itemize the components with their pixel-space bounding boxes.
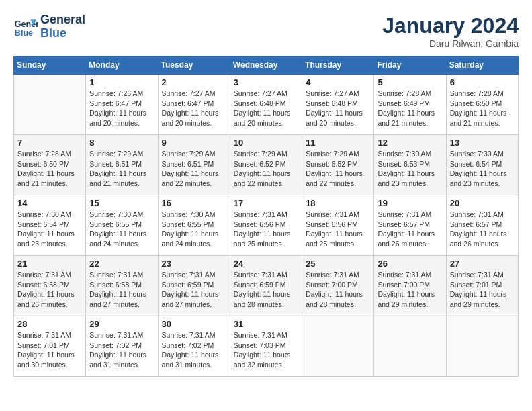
day-number: 12 bbox=[378, 138, 442, 148]
calendar-body: 1Sunrise: 7:26 AMSunset: 6:47 PMDaylight… bbox=[14, 75, 519, 377]
page-header: General Blue General Blue January 2024 D… bbox=[13, 13, 519, 49]
day-number: 11 bbox=[306, 138, 370, 148]
col-thursday: Thursday bbox=[302, 56, 374, 75]
calendar-week-1: 1Sunrise: 7:26 AMSunset: 6:47 PMDaylight… bbox=[14, 75, 519, 135]
calendar-week-5: 28Sunrise: 7:31 AMSunset: 7:01 PMDayligh… bbox=[14, 316, 519, 377]
calendar-week-2: 7Sunrise: 7:28 AMSunset: 6:50 PMDaylight… bbox=[14, 135, 519, 195]
day-info: Sunrise: 7:31 AMSunset: 7:00 PMDaylight:… bbox=[378, 270, 442, 310]
calendar-cell bbox=[374, 316, 446, 377]
day-number: 4 bbox=[306, 77, 370, 87]
day-number: 23 bbox=[162, 259, 226, 269]
calendar-week-4: 21Sunrise: 7:31 AMSunset: 6:58 PMDayligh… bbox=[14, 256, 519, 316]
calendar-cell: 22Sunrise: 7:31 AMSunset: 6:58 PMDayligh… bbox=[86, 256, 158, 316]
day-info: Sunrise: 7:30 AMSunset: 6:54 PMDaylight:… bbox=[450, 149, 515, 189]
day-number: 10 bbox=[234, 138, 298, 148]
day-number: 30 bbox=[162, 319, 226, 329]
day-info: Sunrise: 7:31 AMSunset: 6:58 PMDaylight:… bbox=[17, 270, 82, 310]
col-monday: Monday bbox=[86, 56, 158, 75]
calendar-table: Sunday Monday Tuesday Wednesday Thursday… bbox=[13, 56, 519, 377]
calendar-cell: 8Sunrise: 7:29 AMSunset: 6:51 PMDaylight… bbox=[86, 135, 158, 195]
logo-line2: Blue bbox=[40, 27, 85, 40]
calendar-cell: 12Sunrise: 7:30 AMSunset: 6:53 PMDayligh… bbox=[374, 135, 446, 195]
logo-icon: General Blue bbox=[13, 15, 38, 39]
day-info: Sunrise: 7:29 AMSunset: 6:52 PMDaylight:… bbox=[234, 149, 298, 189]
calendar-cell: 5Sunrise: 7:28 AMSunset: 6:49 PMDaylight… bbox=[374, 75, 446, 135]
calendar-cell: 10Sunrise: 7:29 AMSunset: 6:52 PMDayligh… bbox=[230, 135, 302, 195]
day-info: Sunrise: 7:30 AMSunset: 6:55 PMDaylight:… bbox=[162, 210, 226, 249]
day-number: 2 bbox=[162, 77, 226, 87]
day-info: Sunrise: 7:28 AMSunset: 6:50 PMDaylight:… bbox=[17, 149, 82, 189]
day-info: Sunrise: 7:31 AMSunset: 6:56 PMDaylight:… bbox=[234, 210, 298, 249]
calendar-cell: 26Sunrise: 7:31 AMSunset: 7:00 PMDayligh… bbox=[374, 256, 446, 316]
calendar-cell: 6Sunrise: 7:28 AMSunset: 6:50 PMDaylight… bbox=[446, 75, 518, 135]
day-number: 21 bbox=[17, 259, 82, 269]
day-number: 26 bbox=[378, 259, 442, 269]
calendar-cell: 1Sunrise: 7:26 AMSunset: 6:47 PMDaylight… bbox=[86, 75, 158, 135]
calendar-cell: 31Sunrise: 7:31 AMSunset: 7:03 PMDayligh… bbox=[230, 316, 302, 377]
location: Daru Rilwan, Gambia bbox=[382, 38, 519, 49]
day-number: 9 bbox=[162, 138, 226, 148]
day-number: 18 bbox=[306, 198, 370, 208]
calendar-cell: 11Sunrise: 7:29 AMSunset: 6:52 PMDayligh… bbox=[302, 135, 374, 195]
col-saturday: Saturday bbox=[446, 56, 518, 75]
logo-line1: General bbox=[40, 13, 85, 27]
calendar-cell: 20Sunrise: 7:31 AMSunset: 6:57 PMDayligh… bbox=[446, 195, 518, 256]
day-info: Sunrise: 7:30 AMSunset: 6:55 PMDaylight:… bbox=[89, 210, 154, 249]
calendar-cell bbox=[14, 75, 86, 135]
day-number: 5 bbox=[378, 77, 442, 87]
svg-text:Blue: Blue bbox=[15, 28, 33, 37]
month-title: January 2024 bbox=[382, 13, 519, 38]
calendar-cell: 16Sunrise: 7:30 AMSunset: 6:55 PMDayligh… bbox=[158, 195, 230, 256]
calendar-cell: 17Sunrise: 7:31 AMSunset: 6:56 PMDayligh… bbox=[230, 195, 302, 256]
calendar-cell: 29Sunrise: 7:31 AMSunset: 7:02 PMDayligh… bbox=[86, 316, 158, 377]
day-info: Sunrise: 7:31 AMSunset: 6:58 PMDaylight:… bbox=[89, 270, 154, 310]
day-number: 6 bbox=[450, 77, 515, 87]
day-info: Sunrise: 7:31 AMSunset: 7:02 PMDaylight:… bbox=[162, 330, 226, 370]
day-number: 29 bbox=[89, 319, 154, 329]
calendar-header: Sunday Monday Tuesday Wednesday Thursday… bbox=[14, 56, 519, 75]
header-row: Sunday Monday Tuesday Wednesday Thursday… bbox=[14, 56, 519, 75]
calendar-cell: 4Sunrise: 7:27 AMSunset: 6:48 PMDaylight… bbox=[302, 75, 374, 135]
day-info: Sunrise: 7:31 AMSunset: 6:59 PMDaylight:… bbox=[234, 270, 298, 310]
col-friday: Friday bbox=[374, 56, 446, 75]
day-number: 25 bbox=[306, 259, 370, 269]
calendar-cell: 28Sunrise: 7:31 AMSunset: 7:01 PMDayligh… bbox=[14, 316, 86, 377]
day-info: Sunrise: 7:31 AMSunset: 7:03 PMDaylight:… bbox=[234, 330, 298, 370]
day-info: Sunrise: 7:28 AMSunset: 6:50 PMDaylight:… bbox=[450, 89, 515, 128]
day-number: 3 bbox=[234, 77, 298, 87]
day-info: Sunrise: 7:31 AMSunset: 6:59 PMDaylight:… bbox=[162, 270, 226, 310]
calendar-cell: 24Sunrise: 7:31 AMSunset: 6:59 PMDayligh… bbox=[230, 256, 302, 316]
day-info: Sunrise: 7:26 AMSunset: 6:47 PMDaylight:… bbox=[89, 89, 154, 128]
day-number: 31 bbox=[234, 319, 298, 329]
day-info: Sunrise: 7:31 AMSunset: 7:01 PMDaylight:… bbox=[17, 330, 82, 370]
day-number: 20 bbox=[450, 198, 515, 208]
calendar-cell bbox=[302, 316, 374, 377]
day-info: Sunrise: 7:27 AMSunset: 6:48 PMDaylight:… bbox=[234, 89, 298, 128]
day-number: 7 bbox=[17, 138, 82, 148]
day-info: Sunrise: 7:29 AMSunset: 6:51 PMDaylight:… bbox=[89, 149, 154, 189]
day-number: 17 bbox=[234, 198, 298, 208]
calendar-cell: 21Sunrise: 7:31 AMSunset: 6:58 PMDayligh… bbox=[14, 256, 86, 316]
day-number: 16 bbox=[162, 198, 226, 208]
calendar-cell: 23Sunrise: 7:31 AMSunset: 6:59 PMDayligh… bbox=[158, 256, 230, 316]
day-info: Sunrise: 7:30 AMSunset: 6:53 PMDaylight:… bbox=[378, 149, 442, 189]
calendar-cell: 18Sunrise: 7:31 AMSunset: 6:56 PMDayligh… bbox=[302, 195, 374, 256]
day-info: Sunrise: 7:29 AMSunset: 6:52 PMDaylight:… bbox=[306, 149, 370, 189]
day-info: Sunrise: 7:31 AMSunset: 6:56 PMDaylight:… bbox=[306, 210, 370, 249]
day-info: Sunrise: 7:28 AMSunset: 6:49 PMDaylight:… bbox=[378, 89, 442, 128]
calendar-cell: 3Sunrise: 7:27 AMSunset: 6:48 PMDaylight… bbox=[230, 75, 302, 135]
day-info: Sunrise: 7:31 AMSunset: 7:02 PMDaylight:… bbox=[89, 330, 154, 370]
col-wednesday: Wednesday bbox=[230, 56, 302, 75]
day-number: 1 bbox=[89, 77, 154, 87]
day-number: 22 bbox=[89, 259, 154, 269]
calendar-cell: 2Sunrise: 7:27 AMSunset: 6:47 PMDaylight… bbox=[158, 75, 230, 135]
day-info: Sunrise: 7:31 AMSunset: 6:57 PMDaylight:… bbox=[450, 210, 515, 249]
calendar-cell: 30Sunrise: 7:31 AMSunset: 7:02 PMDayligh… bbox=[158, 316, 230, 377]
calendar-cell: 15Sunrise: 7:30 AMSunset: 6:55 PMDayligh… bbox=[86, 195, 158, 256]
day-number: 24 bbox=[234, 259, 298, 269]
day-number: 28 bbox=[17, 319, 82, 329]
day-info: Sunrise: 7:30 AMSunset: 6:54 PMDaylight:… bbox=[17, 210, 82, 249]
day-number: 27 bbox=[450, 259, 515, 269]
calendar-week-3: 14Sunrise: 7:30 AMSunset: 6:54 PMDayligh… bbox=[14, 195, 519, 256]
col-tuesday: Tuesday bbox=[158, 56, 230, 75]
